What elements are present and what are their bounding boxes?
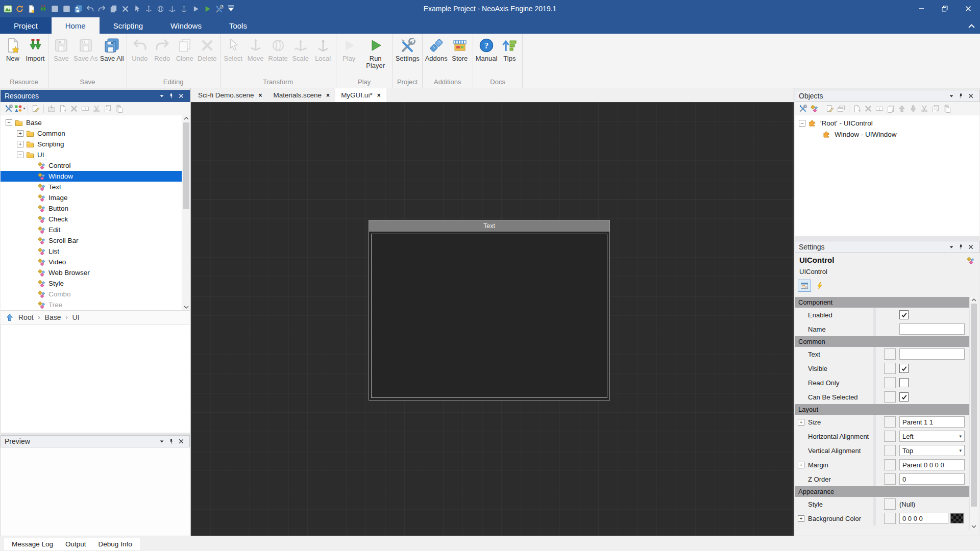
objects-menu-button[interactable]	[946, 91, 956, 101]
property-expander[interactable]: +	[798, 515, 804, 522]
qat-select-button[interactable]	[132, 4, 141, 13]
ribbon-store-button[interactable]: Store	[449, 36, 471, 62]
resource-item-base[interactable]: −Base	[1, 117, 190, 128]
qat-settings-button[interactable]	[214, 4, 224, 13]
resources-new-resource-button[interactable]	[57, 103, 68, 114]
object-item-root-uicontrol[interactable]: −'Root' - UIControl	[795, 117, 979, 129]
scroll-up-icon[interactable]	[971, 298, 976, 302]
ribbon-move-button[interactable]: Move	[244, 36, 267, 62]
objects-tools-button[interactable]	[797, 103, 808, 114]
background-color-input[interactable]: 0 0 0 0	[899, 513, 948, 524]
objects-duplicate-button[interactable]	[885, 103, 896, 114]
document-tab-materials-scene[interactable]: Materials.scene×	[268, 88, 336, 102]
reset-value-button[interactable]	[884, 498, 896, 510]
ribbon-collapse-button[interactable]	[968, 22, 975, 28]
resource-item-scripting[interactable]: +Scripting	[1, 139, 190, 149]
ribbon-run-player-button[interactable]: Run Player	[360, 36, 391, 70]
bottom-tab-output[interactable]: Output	[59, 540, 92, 548]
tab-close-icon[interactable]: ×	[259, 92, 262, 99]
objects-ui-element-button[interactable]	[808, 103, 820, 114]
settings-scrollbar[interactable]	[969, 297, 977, 530]
qat-local-button[interactable]	[179, 4, 188, 13]
tree-expander[interactable]: −	[799, 120, 805, 127]
ui-window-widget[interactable]: Text	[369, 220, 610, 400]
ui-editor-canvas[interactable]: Text	[191, 102, 794, 536]
resource-item-style[interactable]: Style	[1, 278, 190, 289]
bottom-tab-debug-info[interactable]: Debug Info	[92, 540, 138, 548]
preview-close-button[interactable]	[176, 437, 186, 446]
settings-pin-button[interactable]	[956, 242, 966, 252]
vertical-alignment-select[interactable]: Top▾	[899, 445, 965, 456]
resource-item-edit[interactable]: Edit	[1, 224, 190, 235]
menu-scripting[interactable]: Scripting	[100, 17, 157, 34]
qat-rotate-button[interactable]	[156, 4, 165, 13]
resources-cut-button[interactable]	[91, 103, 102, 114]
size-input[interactable]: Parent 1 1	[899, 416, 965, 428]
scrollbar-thumb[interactable]	[971, 304, 977, 507]
scroll-down-icon[interactable]	[184, 306, 189, 309]
resource-item-button[interactable]: Button	[1, 203, 190, 214]
tab-close-icon[interactable]: ×	[377, 92, 381, 99]
ribbon-scale-button[interactable]: Scale	[289, 36, 312, 62]
reset-value-button[interactable]	[884, 513, 896, 524]
scroll-down-icon[interactable]	[971, 525, 976, 528]
resources-delete-x-button[interactable]	[68, 103, 80, 114]
qat-save-all-button[interactable]	[74, 4, 83, 13]
resources-tools-button[interactable]	[3, 103, 14, 114]
objects-windows-button[interactable]	[836, 103, 847, 114]
color-swatch[interactable]	[950, 513, 964, 523]
preview-menu-button[interactable]	[157, 437, 166, 446]
reset-value-button[interactable]	[884, 416, 896, 428]
ribbon-new-button[interactable]: New	[2, 36, 24, 62]
ribbon-select-button[interactable]: Select	[222, 36, 244, 62]
reset-value-button[interactable]	[884, 445, 896, 456]
ribbon-tips-button[interactable]: Tips	[498, 36, 521, 62]
ribbon-play-button[interactable]: Play	[338, 36, 360, 62]
tab-close-icon[interactable]: ×	[326, 92, 330, 99]
resources-menu-button[interactable]	[157, 91, 166, 101]
ribbon-addons-button[interactable]: Addons	[424, 36, 449, 62]
read-only-checkbox[interactable]	[899, 378, 909, 387]
qat-qat-dropdown-button[interactable]	[226, 4, 235, 13]
tree-expander[interactable]: −	[6, 119, 12, 126]
qat-import-button[interactable]	[38, 4, 47, 13]
visible-checkbox[interactable]	[899, 364, 909, 373]
reset-value-button[interactable]	[884, 377, 896, 388]
objects-rename-button[interactable]	[874, 103, 885, 114]
objects-cut-button[interactable]	[919, 103, 930, 114]
horizontal-alignment-select[interactable]: Left▾	[899, 431, 965, 442]
up-arrow-icon[interactable]	[6, 313, 14, 321]
resource-item-scroll-bar[interactable]: Scroll Bar	[1, 235, 190, 246]
object-item-window-uiwindow[interactable]: Window - UIWindow	[795, 129, 979, 140]
margin-input[interactable]: Parent 0 0 0 0	[899, 459, 965, 470]
resource-item-control[interactable]: Control	[1, 160, 190, 171]
settings-tab-properties[interactable]	[798, 280, 811, 292]
tree-expander[interactable]: +	[17, 141, 23, 147]
ribbon-delete-button[interactable]: Delete	[196, 36, 218, 62]
qat-new-file-button[interactable]	[27, 4, 36, 13]
objects-new-resource-button[interactable]	[851, 103, 863, 114]
resources-list-area[interactable]	[1, 324, 190, 433]
settings-close-button[interactable]	[966, 242, 975, 252]
objects-close-button[interactable]	[966, 91, 975, 101]
menu-project[interactable]: Project	[0, 17, 52, 34]
qat-save-button[interactable]	[50, 4, 59, 13]
qat-play-button[interactable]	[191, 4, 200, 13]
resources-close-button[interactable]	[176, 91, 186, 101]
bottom-tab-message-log[interactable]: Message Log	[6, 540, 59, 548]
menu-home[interactable]: Home	[52, 17, 100, 34]
ribbon-save-all-button[interactable]: Save All	[99, 36, 125, 62]
z-order-input[interactable]: 0	[899, 473, 965, 485]
objects-paste-button[interactable]	[941, 103, 952, 114]
resources-tree-scrollbar[interactable]	[182, 115, 190, 310]
settings-tab-events[interactable]	[813, 280, 826, 292]
ribbon-rotate-button[interactable]: Rotate	[267, 36, 289, 62]
resources-resource-types-button[interactable]: ▾	[14, 103, 26, 114]
resources-rename-button[interactable]	[80, 103, 91, 114]
reset-value-button[interactable]	[884, 391, 896, 403]
text-input[interactable]	[899, 348, 965, 360]
qat-sync-button[interactable]	[15, 4, 24, 13]
close-button[interactable]	[957, 0, 980, 17]
ribbon-manual-button[interactable]: ?Manual	[475, 36, 499, 62]
resources-edit-button[interactable]	[30, 103, 41, 114]
